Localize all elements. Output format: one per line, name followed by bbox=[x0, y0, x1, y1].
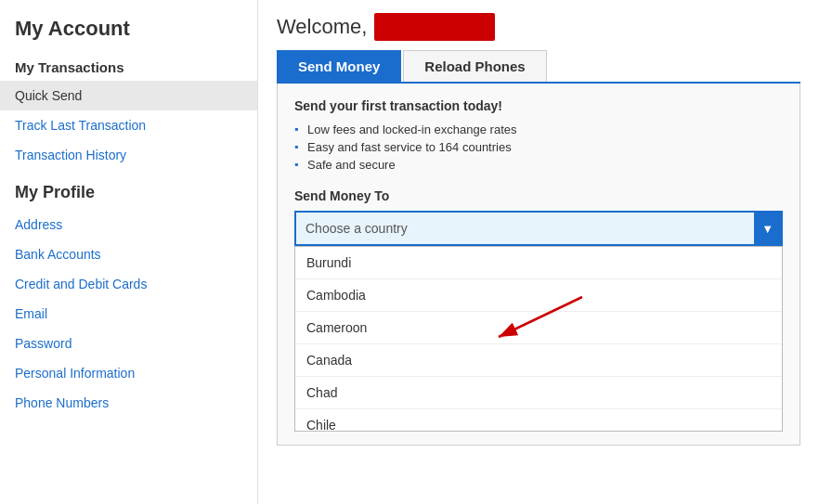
sidebar-link-credit-debit[interactable]: Credit and Debit Cards bbox=[0, 269, 257, 299]
country-dropdown-list[interactable]: Burundi Cambodia Cameroon Canada Chad Ch… bbox=[294, 246, 783, 432]
sidebar-title: My Account bbox=[0, 0, 257, 50]
profile-section-title: My Profile bbox=[0, 170, 257, 210]
dropdown-list-container: Burundi Cambodia Cameroon Canada Chad Ch… bbox=[294, 246, 783, 432]
welcome-bar: Welcome, XXXXXXX bbox=[258, 0, 819, 50]
sidebar-link-email[interactable]: Email bbox=[0, 299, 257, 329]
sidebar-link-password[interactable]: Password bbox=[0, 329, 257, 358]
tab-content: Send your first transaction today! Low f… bbox=[277, 84, 800, 446]
country-item-chile[interactable]: Chile bbox=[295, 409, 782, 432]
promo-item-2: Easy and fast service to 164 countries bbox=[294, 138, 783, 156]
sidebar-item-quick-send[interactable]: Quick Send bbox=[0, 81, 257, 110]
tab-reload-phones[interactable]: Reload Phones bbox=[403, 50, 546, 82]
sidebar: My Account My Transactions Quick Send Tr… bbox=[0, 0, 258, 504]
app-layout: My Account My Transactions Quick Send Tr… bbox=[0, 0, 819, 504]
promo-item-1: Low fees and locked-in exchange rates bbox=[294, 121, 783, 138]
promo-list: Low fees and locked-in exchange rates Ea… bbox=[294, 121, 783, 174]
promo-title: Send your first transaction today! bbox=[294, 98, 783, 113]
sidebar-link-address[interactable]: Address bbox=[0, 210, 257, 239]
promo-item-3: Safe and secure bbox=[294, 156, 783, 174]
tab-send-money[interactable]: Send Money bbox=[277, 50, 401, 82]
dropdown-placeholder-text: Choose a country bbox=[306, 221, 747, 236]
tabs-bar: Send Money Reload Phones bbox=[277, 50, 800, 84]
welcome-text: Welcome, bbox=[277, 15, 367, 39]
country-dropdown-header[interactable]: Choose a country ▼ bbox=[294, 211, 783, 246]
country-item-burundi[interactable]: Burundi bbox=[295, 247, 782, 279]
sidebar-link-bank-accounts[interactable]: Bank Accounts bbox=[0, 239, 257, 269]
dropdown-arrow-icon[interactable]: ▼ bbox=[754, 213, 781, 244]
main-content: Welcome, XXXXXXX Send Money Reload Phone… bbox=[258, 0, 819, 504]
sidebar-link-track-last[interactable]: Track Last Transaction bbox=[0, 110, 257, 140]
welcome-name: XXXXXXX bbox=[374, 13, 495, 41]
country-dropdown-wrapper: Choose a country ▼ Burundi Cambodia Came… bbox=[294, 211, 783, 432]
sidebar-link-transaction-history[interactable]: Transaction History bbox=[0, 140, 257, 170]
country-item-cameroon[interactable]: Cameroon bbox=[295, 312, 782, 344]
country-item-chad[interactable]: Chad bbox=[295, 377, 782, 409]
transactions-section-title: My Transactions bbox=[0, 50, 257, 81]
country-item-cambodia[interactable]: Cambodia bbox=[295, 279, 782, 312]
country-item-canada[interactable]: Canada bbox=[295, 344, 782, 377]
send-money-to-label: Send Money To bbox=[294, 188, 783, 203]
sidebar-link-personal-info[interactable]: Personal Information bbox=[0, 358, 257, 388]
sidebar-link-phone-numbers[interactable]: Phone Numbers bbox=[0, 388, 257, 418]
